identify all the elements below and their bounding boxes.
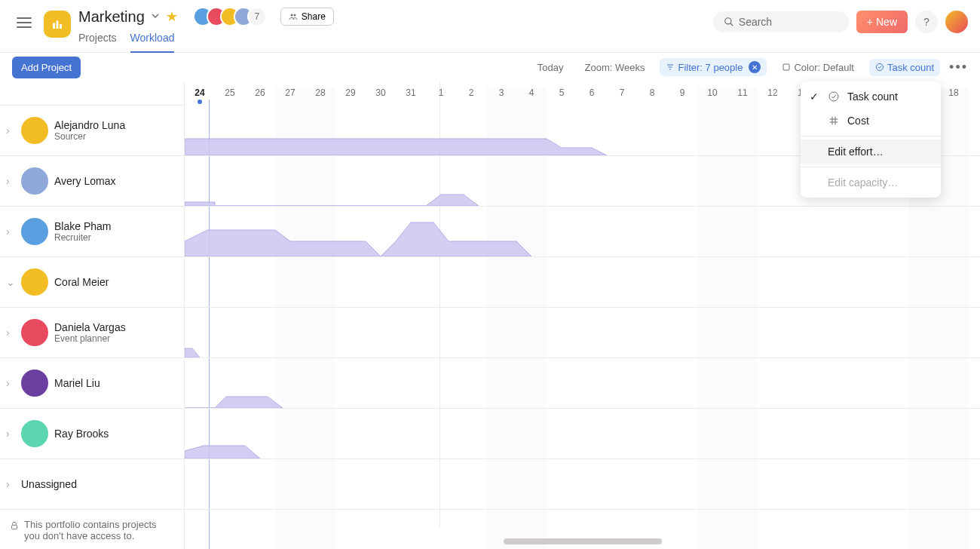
chevron-down-icon[interactable]: [151, 11, 160, 23]
dropdown-task-count[interactable]: ✓ Task count: [801, 84, 941, 109]
workload-row[interactable]: [185, 207, 980, 257]
more-button[interactable]: •••: [949, 60, 968, 75]
person-role: Event planner: [54, 333, 126, 344]
person-role: Recruiter: [54, 232, 111, 243]
people-icon: [289, 12, 298, 21]
workload-row[interactable]: [185, 409, 980, 459]
svg-point-9: [829, 92, 838, 101]
add-project-button[interactable]: Add Project: [12, 57, 81, 78]
expand-icon[interactable]: ›: [6, 175, 15, 187]
svg-rect-2: [60, 24, 62, 29]
header: Marketing ★ 7 Share Projects Workload Se…: [0, 0, 980, 53]
toolbar: Add Project Today Zoom: Weeks Filter: 7 …: [0, 53, 980, 81]
person-row[interactable]: ›Daniela VargasEvent planner: [0, 308, 184, 358]
svg-point-3: [290, 14, 292, 17]
expand-icon[interactable]: ›: [6, 225, 15, 238]
person-avatar: [21, 319, 48, 346]
zoom-selector[interactable]: Zoom: Weeks: [579, 59, 651, 76]
divider: [801, 167, 941, 167]
person-name: Blake Pham: [54, 220, 111, 232]
divider: [801, 136, 941, 136]
person-row[interactable]: ⌄Coral Meier: [0, 257, 184, 308]
filter-pill[interactable]: Filter: 7 people ✕: [660, 58, 767, 76]
project-title[interactable]: Marketing: [78, 8, 145, 26]
person-name: Mariel Liu: [54, 377, 100, 389]
tabs: Projects Workload: [78, 32, 713, 53]
svg-rect-0: [53, 23, 55, 29]
expand-icon[interactable]: ›: [6, 428, 15, 440]
svg-point-8: [876, 64, 883, 71]
svg-rect-10: [12, 525, 17, 529]
new-button[interactable]: +New: [856, 11, 908, 33]
person-avatar: [21, 370, 48, 397]
person-avatar: [21, 268, 48, 296]
svg-rect-7: [783, 64, 789, 70]
person-name: Ray Brooks: [54, 428, 109, 440]
person-row[interactable]: ›Alejandro LunaSourcer: [0, 106, 184, 156]
dropdown-edit-effort[interactable]: Edit effort…: [801, 140, 941, 164]
dropdown-edit-capacity: Edit capacity…: [801, 170, 941, 195]
workload-row[interactable]: [185, 459, 980, 510]
task-count-dropdown: ✓ Task count Cost Edit effort… Edit capa…: [801, 81, 941, 198]
person-row[interactable]: ›Ray Brooks: [0, 409, 184, 459]
check-circle-icon: [828, 90, 840, 103]
person-row[interactable]: ›Blake PhamRecruiter: [0, 207, 184, 257]
people-sidebar: ›Alejandro LunaSourcer›Avery Lomax›Blake…: [0, 81, 185, 549]
tab-projects[interactable]: Projects: [78, 32, 117, 53]
search-icon: [724, 17, 734, 27]
member-avatars[interactable]: 7: [193, 7, 267, 26]
header-right: Search +New ?: [713, 11, 968, 33]
clear-filter-icon[interactable]: ✕: [749, 61, 761, 73]
star-icon[interactable]: ★: [166, 8, 178, 25]
color-selector[interactable]: Color: Default: [776, 59, 859, 76]
person-role: Sourcer: [54, 131, 125, 142]
svg-point-5: [725, 18, 731, 24]
expand-icon[interactable]: ⌄: [6, 276, 15, 288]
person-avatar: [21, 117, 48, 144]
project-icon[interactable]: [44, 11, 71, 38]
workload-row[interactable]: [185, 257, 980, 308]
expand-icon[interactable]: ›: [6, 124, 15, 136]
tab-workload[interactable]: Workload: [130, 32, 175, 53]
menu-icon[interactable]: [12, 11, 36, 35]
user-avatar[interactable]: [945, 11, 968, 33]
lock-icon: [9, 520, 20, 531]
person-avatar: [21, 167, 48, 195]
svg-rect-1: [57, 21, 59, 29]
dropdown-cost[interactable]: Cost: [801, 109, 941, 133]
title-section: Marketing ★ 7 Share Projects Workload: [78, 6, 713, 53]
today-button[interactable]: Today: [531, 59, 570, 76]
expand-icon[interactable]: ›: [6, 327, 15, 339]
workload-row[interactable]: [185, 358, 980, 409]
filter-icon: [666, 63, 675, 72]
plus-icon: +: [867, 16, 873, 28]
expand-icon[interactable]: ›: [6, 478, 15, 490]
check-circle-icon: [875, 63, 884, 72]
search-input[interactable]: Search: [713, 11, 849, 32]
workload-row[interactable]: [185, 308, 980, 358]
task-count-button[interactable]: Task count: [869, 59, 940, 76]
person-avatar: [21, 218, 48, 245]
access-note: This portfolio contains projects you don…: [0, 510, 184, 549]
checkmark-icon: ✓: [810, 90, 820, 103]
share-button[interactable]: Share: [280, 8, 334, 26]
person-row[interactable]: ›Avery Lomax: [0, 156, 184, 207]
person-avatar: [21, 420, 48, 447]
grid-icon: [828, 115, 840, 127]
person-name: Coral Meier: [54, 276, 109, 288]
svg-point-4: [293, 14, 296, 17]
swatch-icon: [782, 63, 791, 72]
expand-icon[interactable]: ›: [6, 377, 15, 389]
help-button[interactable]: ?: [915, 11, 938, 33]
person-name: Avery Lomax: [54, 175, 115, 187]
person-name: Unassigned: [21, 478, 77, 490]
svg-line-6: [730, 23, 733, 26]
person-name: Alejandro Luna: [54, 119, 125, 131]
person-row[interactable]: ›Unassigned: [0, 459, 184, 510]
person-name: Daniela Vargas: [54, 321, 126, 333]
share-label: Share: [302, 11, 326, 22]
search-placeholder: Search: [739, 16, 772, 28]
person-row[interactable]: ›Mariel Liu: [0, 358, 184, 409]
avatar-count[interactable]: 7: [247, 7, 267, 26]
horizontal-scrollbar[interactable]: [504, 538, 662, 544]
